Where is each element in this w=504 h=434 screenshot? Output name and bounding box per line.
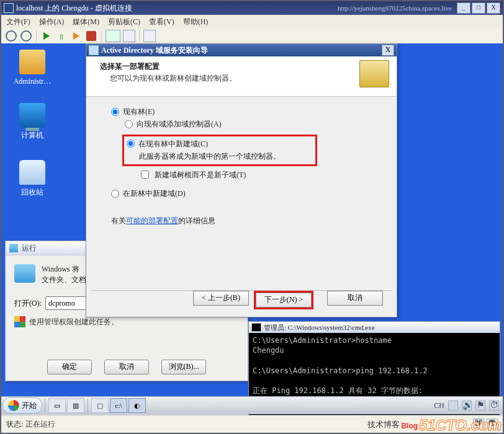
- radio-new-domain-desc: 此服务器将成为新域中的第一个域控制器。: [139, 150, 313, 162]
- desktop-icon-computer[interactable]: 计算机: [7, 103, 57, 141]
- radio-existing-forest-input[interactable]: [111, 108, 119, 116]
- wizard-more-info: 有关可能的部署配置的详细信息: [111, 215, 379, 227]
- radio-new-forest-label: 在新林中新建域(D): [123, 187, 186, 200]
- menu-action[interactable]: 操作(A): [39, 17, 65, 27]
- desktop-icon-administrator[interactable]: Administr…: [7, 50, 57, 86]
- taskbar-item-run[interactable]: ▢: [91, 398, 109, 413]
- menu-media[interactable]: 媒体(M): [73, 17, 99, 27]
- settings-icon[interactable]: [5, 30, 17, 42]
- radio-new-domain[interactable]: 在现有林中新建域(C): [127, 138, 313, 150]
- wizard-next-button[interactable]: 下一步(N) >: [256, 293, 312, 308]
- status-disk-icon: ⛃: [487, 418, 498, 430]
- wizard-book-icon: [359, 60, 389, 87]
- desktop-icon-label: 计算机: [7, 130, 57, 141]
- maximize-button[interactable]: □: [472, 2, 485, 14]
- quicklaunch-desktop-icon[interactable]: ▭: [48, 398, 66, 413]
- wizard-cancel-button[interactable]: 取消: [327, 291, 383, 306]
- run-icon: [9, 244, 18, 252]
- menu-help[interactable]: 帮助(H): [183, 17, 209, 27]
- status-nic-icon: ⌘: [473, 418, 484, 430]
- pause-icon[interactable]: ||: [55, 30, 68, 42]
- desktop-icon-label: Administr…: [7, 77, 57, 86]
- radio-new-domain-label: 在现有林中新建域(C): [138, 138, 208, 150]
- ctrl-alt-del-icon[interactable]: [20, 30, 32, 42]
- windows-orb-icon: [8, 400, 19, 411]
- run-shield-text: 使用管理权限创建此任务。: [29, 317, 119, 327]
- checkbox-new-tree[interactable]: 新建域树根而不是新子域(T): [138, 169, 379, 181]
- ime-indicator[interactable]: CH: [434, 401, 444, 410]
- taskbar-item-cmd[interactable]: c:\: [110, 398, 127, 413]
- ad-wizard: Active Directory 域服务安装向导 X 选择某一部署配置 您可以为…: [86, 43, 397, 317]
- revert-icon[interactable]: [123, 30, 135, 42]
- vm-title-bar: localhost 上的 Chengdu - 虚拟机连接 http://yeju…: [1, 1, 503, 15]
- quicklaunch-server-icon[interactable]: ▥: [67, 398, 84, 413]
- radio-new-forest-input[interactable]: [111, 190, 119, 198]
- stop-icon[interactable]: [86, 31, 96, 41]
- wizard-header: 选择某一部署配置 您可以为现有林或新林创建域控制器。: [86, 56, 397, 97]
- wizard-more-link[interactable]: 可能的部署配置: [126, 216, 178, 225]
- cmd-title: 管理员: C:\Windows\system32\cmd.exe: [264, 323, 375, 332]
- run-desc-1: Windows 将: [42, 264, 86, 275]
- checkbox-new-tree-input[interactable]: [141, 170, 149, 179]
- overlay-url: http://yejunsheng870225china.spaces.live: [338, 4, 452, 12]
- vm-menubar: 文件(F) 操作(A) 媒体(M) 剪贴板(C) 查看(V) 帮助(H): [1, 15, 503, 29]
- wizard-subheading: 您可以为现有林或新林创建域控制器。: [100, 73, 348, 84]
- highlight-next: 下一步(N) >: [254, 291, 313, 309]
- play-icon[interactable]: [40, 30, 53, 42]
- toolbar-separator: [36, 30, 37, 42]
- radio-new-forest[interactable]: 在新林中新建域(D): [111, 187, 379, 200]
- tray-network-icon[interactable]: [448, 401, 458, 410]
- minimize-button[interactable]: _: [457, 2, 470, 14]
- tray-flag-icon[interactable]: ⚑: [475, 401, 485, 410]
- guest-desktop[interactable]: Administr… 计算机 回收站 运行 Windows 将 文件夹、文档: [1, 43, 503, 401]
- tray-clock-icon[interactable]: ⏱: [489, 401, 499, 410]
- radio-add-dc-input[interactable]: [125, 120, 133, 128]
- highlight-new-domain: 在现有林中新建域(C) 此服务器将成为新域中的第一个域控制器。: [122, 135, 317, 166]
- snapshot-icon[interactable]: [106, 30, 120, 42]
- desktop-icon-recycle[interactable]: 回收站: [7, 160, 57, 198]
- taskbar-item-wizard[interactable]: ◐: [128, 398, 146, 413]
- run-desc-2: 文件夹、文档: [42, 275, 86, 285]
- wizard-icon: [89, 45, 99, 55]
- tray-sound-icon[interactable]: 🔊: [462, 401, 472, 410]
- run-cancel-button[interactable]: 取消: [104, 360, 149, 374]
- wizard-title: Active Directory 域服务安装向导: [101, 45, 208, 56]
- cmd-icon: [251, 323, 261, 332]
- radio-existing-forest-label: 现有林(E): [123, 105, 155, 118]
- close-button[interactable]: X: [487, 2, 500, 14]
- radio-add-dc[interactable]: 向现有域添加域控制器(A): [125, 118, 379, 130]
- toolbar-separator: [101, 30, 102, 42]
- shield-icon: [14, 316, 25, 327]
- play-alt-icon[interactable]: [70, 30, 83, 42]
- vm-statusbar: 状态: 正在运行 ⌘ ⛃: [1, 415, 503, 433]
- wizard-content: 现有林(E) 向现有域添加域控制器(A) 在现有林中新建域(C) 此服务器将成为…: [86, 97, 397, 228]
- radio-add-dc-label: 向现有域添加域控制器(A): [137, 118, 222, 130]
- radio-existing-forest[interactable]: 现有林(E): [111, 105, 379, 118]
- wizard-heading: 选择某一部署配置: [100, 61, 348, 72]
- radio-new-domain-input[interactable]: [127, 140, 135, 148]
- start-button[interactable]: 开始: [2, 397, 42, 414]
- menu-view[interactable]: 查看(V): [149, 17, 174, 27]
- desktop-icon-label: 回收站: [7, 187, 57, 198]
- fullscreen-icon[interactable]: [143, 30, 156, 42]
- wizard-back-button[interactable]: < 上一步(B): [193, 291, 249, 306]
- run-ok-button[interactable]: 确定: [47, 360, 92, 374]
- checkbox-new-tree-label: 新建域树根而不是新子域(T): [155, 169, 246, 181]
- menu-file[interactable]: 文件(F): [6, 17, 30, 27]
- guest-taskbar: 开始 ▭ ▥ ▢ c:\ ◐ CH 🔊 ⚑ ⏱: [1, 396, 503, 414]
- run-title: 运行: [22, 243, 37, 254]
- menu-clipboard[interactable]: 剪贴板(C): [108, 17, 140, 27]
- system-tray: CH 🔊 ⚑ ⏱: [430, 401, 503, 410]
- run-app-icon: [14, 264, 35, 283]
- run-browse-button[interactable]: 浏览(B)...: [161, 360, 206, 374]
- vm-title-text: localhost 上的 Chengdu - 虚拟机连接: [16, 3, 132, 14]
- vm-icon: [4, 3, 14, 13]
- vm-toolbar: ||: [1, 29, 503, 44]
- start-label: 开始: [22, 401, 37, 411]
- status-label: 状态:: [6, 419, 23, 430]
- wizard-close-button[interactable]: X: [382, 45, 394, 56]
- toolbar-separator: [139, 30, 140, 42]
- status-text: 正在运行: [25, 419, 55, 430]
- run-open-label: 打开(O):: [14, 298, 42, 309]
